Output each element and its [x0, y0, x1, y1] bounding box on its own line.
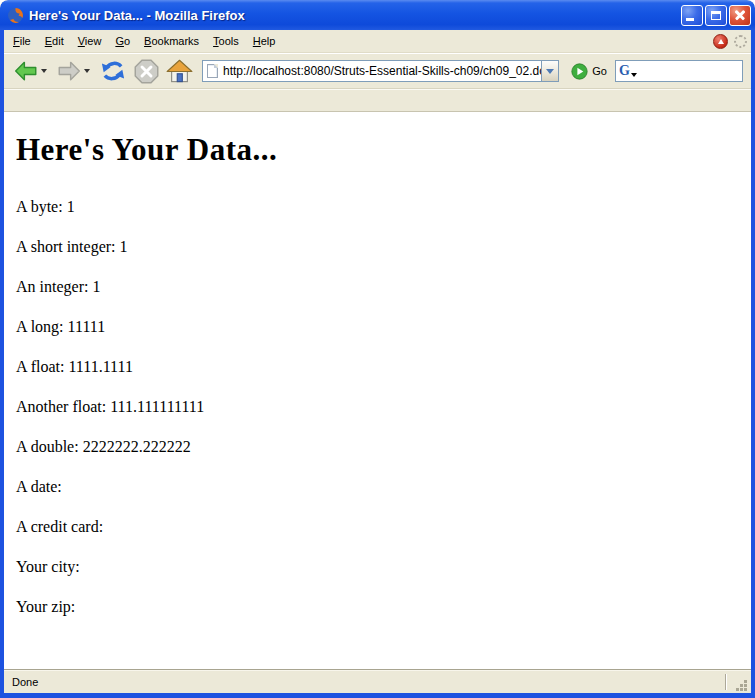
firefox-window: Here's Your Data... - Mozilla Firefox Fi… — [0, 0, 755, 698]
status-text: Done — [12, 676, 38, 688]
window-frame: FileEditViewGoBookmarksToolsHelp — [0, 30, 755, 698]
menu-item[interactable]: Tools — [206, 32, 246, 50]
url-dropdown-button[interactable] — [541, 61, 558, 81]
reload-icon — [99, 57, 127, 85]
forward-icon — [56, 58, 82, 84]
data-line: A byte: 1 — [16, 198, 743, 216]
page-favicon — [207, 64, 218, 78]
forward-history-dropdown-icon[interactable] — [84, 69, 90, 73]
maximize-icon — [711, 11, 721, 20]
data-line: Your zip: — [16, 598, 743, 616]
menubar-right — [713, 34, 747, 49]
back-icon — [13, 58, 39, 84]
menu-items: FileEditViewGoBookmarksToolsHelp — [6, 32, 282, 50]
close-button[interactable] — [729, 5, 751, 26]
home-icon — [166, 58, 193, 85]
data-line: A double: 2222222.222222 — [16, 438, 743, 456]
menu-item[interactable]: Help — [246, 32, 283, 50]
window-title: Here's Your Data... - Mozilla Firefox — [29, 8, 681, 23]
go-button[interactable]: Go — [567, 63, 611, 80]
stop-icon — [133, 58, 160, 85]
search-box[interactable]: G — [615, 60, 743, 82]
minimize-icon — [686, 18, 694, 21]
minimize-button[interactable] — [681, 5, 703, 26]
menu-item[interactable]: Go — [108, 32, 137, 50]
back-button[interactable] — [12, 57, 51, 85]
menu-item[interactable]: Bookmarks — [137, 32, 206, 50]
resize-grip[interactable] — [735, 679, 749, 693]
search-input[interactable] — [639, 65, 739, 77]
data-lines: A byte: 1A short integer: 1An integer: 1… — [16, 198, 743, 616]
menu-item[interactable]: View — [71, 32, 109, 50]
window-controls — [681, 5, 751, 26]
forward-button[interactable] — [55, 57, 94, 85]
data-line: An integer: 1 — [16, 278, 743, 296]
data-line: A credit card: — [16, 518, 743, 536]
url-input[interactable] — [223, 64, 541, 78]
data-line: Another float: 111.111111111 — [16, 398, 743, 416]
data-line: A date: — [16, 478, 743, 496]
go-label: Go — [592, 65, 607, 77]
home-button[interactable] — [165, 57, 194, 86]
url-bar[interactable] — [202, 60, 559, 82]
menu-item[interactable]: File — [6, 32, 38, 50]
close-icon — [730, 6, 750, 25]
page-content: Here's Your Data... A byte: 1A short int… — [4, 112, 751, 669]
data-line: A float: 1111.1111 — [16, 358, 743, 376]
status-right — [725, 670, 749, 693]
menu-bar: FileEditViewGoBookmarksToolsHelp — [4, 30, 751, 53]
throbber-icon — [734, 35, 747, 48]
go-icon — [571, 63, 588, 80]
google-logo-icon: G — [619, 64, 630, 78]
status-separator — [725, 674, 727, 690]
page-heading: Here's Your Data... — [16, 132, 743, 168]
firefox-app-icon — [7, 7, 24, 24]
search-engine-dropdown-icon[interactable] — [631, 73, 637, 77]
title-bar[interactable]: Here's Your Data... - Mozilla Firefox — [0, 0, 755, 30]
navigation-toolbar: Go G — [4, 53, 751, 89]
stop-button[interactable] — [132, 57, 161, 86]
data-line: A short integer: 1 — [16, 238, 743, 256]
maximize-button[interactable] — [705, 5, 727, 26]
status-bar: Done — [4, 669, 751, 693]
bookmarks-toolbar[interactable] — [4, 89, 751, 112]
data-line: Your city: — [16, 558, 743, 576]
reload-button[interactable] — [98, 56, 128, 86]
data-line: A long: 11111 — [16, 318, 743, 336]
menu-item[interactable]: Edit — [38, 32, 71, 50]
update-notification-icon[interactable] — [713, 34, 728, 49]
back-history-dropdown-icon[interactable] — [41, 69, 47, 73]
